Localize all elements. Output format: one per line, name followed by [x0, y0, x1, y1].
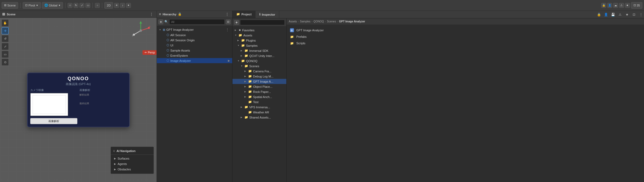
rockpaper-folder-icon: 📁: [248, 90, 252, 93]
project-search[interactable]: [240, 20, 285, 25]
custom-tool[interactable]: ⊙: [2, 59, 9, 66]
qonoq-label: QONOQ: [246, 59, 257, 63]
global-button[interactable]: 🌐 Global ▼: [42, 2, 63, 9]
warning-icon[interactable]: ⚠: [619, 3, 624, 8]
p-item-gpt-image[interactable]: ▶ 📁 GPT Image A...: [233, 79, 286, 84]
scene-panel: ⊞ Scene ⋮ ✋ ✛ ↺ ⤢ ▭ ⊙: [0, 11, 157, 182]
inspector-item-gpt[interactable]: ⊞ GPT Image Analyzer: [289, 27, 642, 33]
ai-nav-item-obstacles[interactable]: ▶ Obstacles: [111, 167, 154, 172]
h-item-eventsystem[interactable]: ⬡ EventSystem: [157, 53, 232, 58]
p-item-favorites[interactable]: ▶ ★ Favorites: [233, 28, 286, 33]
p-item-vps[interactable]: ▶ 📁 VPS Immersa...: [233, 105, 286, 110]
p-item-immersal[interactable]: ▶ 📁 Immersal SDK: [233, 48, 286, 53]
p-item-samples[interactable]: ▼ 📁 Samples: [233, 43, 286, 48]
rotate-icon[interactable]: ○: [95, 3, 100, 8]
inspector-item-prefabs[interactable]: 📁 Prefabs: [289, 33, 642, 40]
right-toolbar-icons: 🔒 👤 💾 ⚠ ★ ⊡ ⋮: [596, 11, 644, 18]
h-item-ar-session-origin[interactable]: ⬡ AR Session Origin: [157, 38, 232, 43]
ar-origin-icon: ⬡: [167, 38, 169, 42]
move-tool[interactable]: ✛: [2, 27, 9, 34]
tab-inspector[interactable]: ℹ Inspector: [255, 11, 279, 18]
hierarchy-expand-btn[interactable]: ⊟: [226, 19, 231, 24]
lock-icon-top[interactable]: 🔒: [601, 3, 606, 8]
right-warning-icon[interactable]: ⚠: [617, 12, 623, 18]
p-item-weather-ar[interactable]: 📁 Weather AR: [233, 110, 286, 115]
analyze-button[interactable]: 画像解析: [30, 118, 77, 124]
p-item-rock-paper[interactable]: ▶ 📁 Rock Paper...: [233, 89, 286, 94]
transform-tool-3[interactable]: ⤢: [79, 3, 84, 8]
hierarchy-menu-btn[interactable]: ⋮: [224, 12, 230, 16]
hierarchy-add-btn[interactable]: +: [158, 19, 163, 24]
right-layers-icon[interactable]: ⊡: [631, 12, 637, 18]
p-item-scenes[interactable]: ▼ 📁 Scenes: [233, 63, 286, 69]
audio-icon[interactable]: ♪: [120, 3, 125, 8]
hierarchy-lock-icon[interactable]: 🔒: [178, 12, 182, 16]
qonoq-tri: ▼: [237, 60, 240, 62]
h-item-ar-session[interactable]: ⬡ AR Session: [157, 32, 232, 38]
ai-nav-item-surfaces[interactable]: ▶ Surfaces: [111, 156, 154, 161]
shared-folder-icon: 📁: [244, 116, 248, 119]
collab-icon[interactable]: 👤: [607, 3, 612, 8]
light-icon[interactable]: ☀: [114, 3, 119, 8]
ai-nav-item-agents[interactable]: ▶ Agents: [111, 161, 154, 167]
agents-label: Agents: [118, 162, 127, 166]
p-item-shared[interactable]: ▶ 📁 Shared Assets...: [233, 115, 286, 120]
svg-point-6: [140, 29, 142, 32]
scene-content[interactable]: ✋ ✛ ↺ ⤢ ▭ ⊙: [0, 18, 157, 182]
persp-badge[interactable]: ✏ Persp: [142, 50, 157, 55]
ui-label: UI: [170, 44, 173, 47]
2d-button[interactable]: 2D: [104, 2, 113, 9]
debuglog-label: Debug Log M...: [253, 75, 273, 78]
fx-icon[interactable]: ✦: [126, 3, 131, 8]
scale-tool-vp[interactable]: ⤢: [2, 43, 9, 50]
p-item-plugins[interactable]: ▶ 📁 Plugins: [233, 38, 286, 43]
project-add-btn[interactable]: +: [234, 20, 239, 25]
sep-2: [65, 3, 65, 8]
transform-tool-4[interactable]: ▭: [85, 3, 90, 8]
hand-tool[interactable]: ✋: [2, 19, 9, 26]
breadcrumb-samples[interactable]: Samples: [300, 20, 310, 23]
p-item-assets[interactable]: ▼ 📁 Assets: [233, 33, 286, 38]
hierarchy-header: ≡ Hierarchy 🔒 ⋮: [157, 11, 232, 18]
right-save-icon[interactable]: 💾: [610, 12, 616, 18]
p-item-spatial-anch[interactable]: ▶ 📁 Spatial Anch...: [233, 94, 286, 99]
right-star-icon[interactable]: ★: [624, 12, 630, 18]
root-menu[interactable]: ⋮: [225, 28, 230, 32]
hierarchy-search[interactable]: [169, 19, 225, 25]
agents-arrow: ▶: [114, 163, 116, 165]
sep-b3: ›: [325, 20, 326, 23]
h-item-image-analyzer[interactable]: ⬡ Image Analyzer ▶: [157, 58, 232, 63]
scene-tab[interactable]: ⊞ Scene: [2, 2, 18, 9]
prefabs-folder-icon: 📁: [290, 35, 294, 39]
right-menu-icon[interactable]: ⋮: [638, 12, 644, 18]
scene-menu-btn[interactable]: ⋮: [148, 12, 154, 16]
pivot-button[interactable]: ⊡ Pivot ▼: [23, 2, 41, 9]
inspector-item-scripts[interactable]: 📁 Scripts: [289, 40, 642, 46]
p-item-qonoq[interactable]: ▼ 📁 QONOQ: [233, 58, 286, 63]
p-item-debuglog[interactable]: ▶ 📁 Debug Log M...: [233, 74, 286, 79]
right-collab-icon[interactable]: 👤: [603, 12, 609, 18]
p-item-qcht[interactable]: ▶ 📁 QCHT Unity Inter...: [233, 53, 286, 58]
right-lock-icon[interactable]: 🔒: [596, 12, 602, 18]
tab-project[interactable]: 📁 Project: [233, 11, 255, 18]
breadcrumb-scenes[interactable]: Scenes: [327, 20, 336, 23]
p-item-object-place[interactable]: ▶ 📁 Object Place...: [233, 84, 286, 89]
h-item-sample-assets[interactable]: ⬡ Sample Assets: [157, 48, 232, 53]
breadcrumb-assets[interactable]: Assets: [289, 20, 297, 23]
rect-tool[interactable]: ▭: [2, 51, 9, 58]
p-item-test[interactable]: 📁 Test: [233, 99, 286, 105]
spatialanch-tri: ▶: [244, 96, 247, 98]
rotate-tool[interactable]: ↺: [2, 35, 9, 42]
breadcrumb-qonoq[interactable]: QONOQ: [314, 20, 324, 23]
layers-count[interactable]: ⊡ 35: [631, 2, 642, 9]
transform-tool-1[interactable]: ⊹: [68, 3, 72, 8]
star-icon[interactable]: ★: [625, 3, 630, 8]
scene-header-title: Scene: [7, 13, 15, 16]
global-label: Global: [49, 4, 58, 7]
h-item-root[interactable]: ▼ ⊞ GPT Image Analyzer ⋮: [157, 27, 232, 32]
p-item-camera-fra[interactable]: ▶ 📁 Camera Fra...: [233, 69, 286, 74]
h-item-ui[interactable]: ⬡ UI: [157, 43, 232, 48]
imganalyzer-arrow[interactable]: ▶: [228, 59, 230, 62]
transform-tool-2[interactable]: ↻: [74, 3, 78, 8]
cloud-icon[interactable]: ☁: [613, 3, 618, 8]
